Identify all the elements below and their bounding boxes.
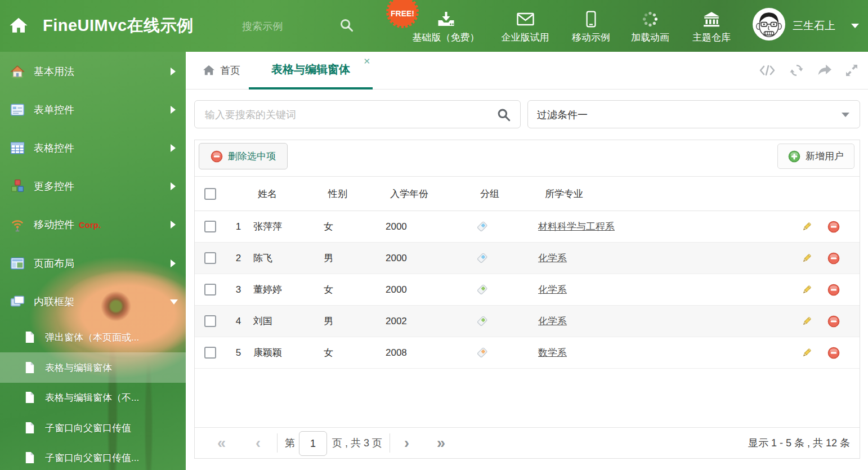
- chevron-right-icon: [171, 106, 176, 114]
- delete-row-icon[interactable]: [827, 347, 840, 359]
- prev-page-icon[interactable]: ‹: [256, 436, 261, 451]
- edit-pencil-icon[interactable]: [801, 316, 812, 327]
- page-number-input[interactable]: [299, 431, 327, 456]
- chevron-right-icon: [171, 68, 176, 75]
- cell-name: 刘国: [251, 315, 321, 328]
- major-link[interactable]: 化学系: [538, 284, 567, 295]
- chevron-right-icon: [171, 259, 176, 267]
- delete-row-icon[interactable]: [827, 284, 840, 296]
- major-link[interactable]: 化学系: [538, 316, 567, 326]
- nav-loading-anim[interactable]: 加载动画: [631, 9, 669, 44]
- page-label-suffix: 页 , 共 3 页: [332, 428, 382, 458]
- header-search-input[interactable]: [241, 17, 333, 36]
- form-icon: [10, 103, 25, 117]
- source-code-icon[interactable]: [759, 64, 776, 77]
- table-row: 4 刘国 男 2002 化学系: [195, 306, 860, 337]
- bank-icon: [692, 9, 731, 29]
- row-checkbox[interactable]: [204, 284, 216, 296]
- col-name[interactable]: 姓名: [251, 187, 321, 200]
- antenna-icon: [10, 217, 25, 232]
- nav-mobile-demo[interactable]: 移动示例: [572, 9, 610, 44]
- grid-panel: 删除选中项 新增用户 姓名 性别 入学年份 分组 所学专业 1 张萍萍 女: [194, 140, 860, 459]
- record-summary: 显示 1 - 5 条 , 共 12 条: [748, 428, 850, 458]
- user-avatar[interactable]: [753, 8, 785, 41]
- nav-basic-edition[interactable]: 基础版（免费）: [413, 9, 480, 44]
- user-name[interactable]: 三生石上: [793, 19, 835, 33]
- pager-divider: [277, 433, 278, 453]
- row-checkbox[interactable]: [204, 252, 216, 264]
- row-checkbox[interactable]: [204, 315, 216, 327]
- expand-icon[interactable]: [845, 64, 858, 77]
- first-page-icon[interactable]: «: [217, 436, 226, 451]
- keyword-search-input[interactable]: [204, 101, 499, 129]
- edit-pencil-icon[interactable]: [801, 284, 812, 296]
- tab-close-icon[interactable]: ✕: [363, 57, 370, 65]
- edit-pencil-icon[interactable]: [801, 253, 812, 264]
- file-icon: [25, 331, 36, 343]
- sidebar-item-iframe[interactable]: 内联框架: [0, 283, 186, 321]
- col-year[interactable]: 入学年份: [383, 187, 473, 200]
- cell-year: 2008: [383, 347, 473, 359]
- data-grid: 姓名 性别 入学年份 分组 所学专业 1 张萍萍 女 2000 材料科学与工程系: [195, 176, 860, 369]
- nav-theme-store[interactable]: 主题仓库: [692, 9, 731, 44]
- major-link[interactable]: 材料科学与工程系: [538, 221, 615, 232]
- share-icon[interactable]: [817, 64, 832, 77]
- file-icon: [25, 391, 36, 404]
- cell-year: 2000: [383, 284, 473, 296]
- tab-home[interactable]: 首页: [203, 52, 240, 89]
- edit-pencil-icon[interactable]: [801, 347, 812, 359]
- cell-name: 张萍萍: [251, 220, 321, 233]
- chevron-right-icon: [171, 144, 176, 152]
- delete-row-icon[interactable]: [827, 221, 840, 233]
- sidebar-item-page-layout[interactable]: 页面布局: [0, 244, 186, 283]
- sidebar-item-form-controls[interactable]: 表单控件: [0, 91, 186, 129]
- tab-grid-edit-window[interactable]: 表格与编辑窗体 ✕: [249, 52, 373, 89]
- col-major[interactable]: 所学专业: [538, 187, 781, 200]
- next-page-icon[interactable]: ›: [404, 436, 409, 451]
- file-icon: [25, 361, 36, 374]
- table-row: 2 陈飞 男 2000 化学系: [195, 243, 860, 274]
- row-checkbox[interactable]: [204, 221, 216, 232]
- user-menu-caret-icon[interactable]: [851, 24, 859, 28]
- search-icon[interactable]: [496, 108, 511, 122]
- table-row: 3 董婷婷 女 2000 化学系: [195, 274, 860, 306]
- download-icon: [413, 9, 480, 29]
- minus-circle-icon: [211, 150, 223, 163]
- sidebar-subitem-grid-edit-window[interactable]: 表格与编辑窗体: [0, 352, 186, 383]
- tab-strip: 首页 表格与编辑窗体 ✕: [186, 52, 868, 89]
- home-tab-icon: [203, 65, 215, 76]
- plus-circle-icon: [788, 150, 800, 163]
- file-icon: [25, 422, 36, 434]
- edit-pencil-icon[interactable]: [801, 221, 812, 232]
- delete-row-icon[interactable]: [827, 315, 840, 328]
- pager-divider: [390, 433, 390, 453]
- sidebar-item-mobile-controls[interactable]: 移动控件 Corp.: [0, 205, 186, 244]
- major-link[interactable]: 化学系: [538, 253, 567, 263]
- select-all-checkbox[interactable]: [204, 188, 216, 200]
- last-page-icon[interactable]: »: [437, 436, 445, 451]
- sidebar-subitem-child-to-parent-2[interactable]: 子窗口向父窗口传值...: [0, 442, 186, 470]
- sidebar-item-more-controls[interactable]: 更多控件: [0, 167, 186, 205]
- sidebar: 基本用法 表单控件 表格控件 更多控件 移动控件 Corp. 页面布局: [0, 52, 186, 470]
- sidebar-item-grid-controls[interactable]: 表格控件: [0, 129, 186, 167]
- cell-year: 2000: [383, 253, 473, 264]
- cell-year: 2002: [383, 316, 473, 327]
- sidebar-item-basic-usage[interactable]: 基本用法: [0, 52, 186, 91]
- header-search-icon[interactable]: [339, 17, 354, 33]
- delete-selected-button[interactable]: 删除选中项: [199, 143, 288, 169]
- col-gender[interactable]: 性别: [321, 187, 383, 200]
- delete-row-icon[interactable]: [827, 252, 840, 265]
- row-checkbox[interactable]: [204, 347, 216, 359]
- cell-gender: 女: [321, 346, 383, 359]
- col-group[interactable]: 分组: [473, 187, 538, 200]
- sidebar-subitem-popup-window[interactable]: 弹出窗体（本页面或...: [0, 322, 186, 352]
- major-link[interactable]: 数学系: [538, 347, 567, 358]
- filter-dropdown[interactable]: 过滤条件一: [527, 100, 860, 128]
- sidebar-subitem-grid-edit-window-2[interactable]: 表格与编辑窗体（不...: [0, 382, 186, 413]
- home-icon[interactable]: [9, 16, 28, 35]
- refresh-icon[interactable]: [789, 64, 804, 77]
- add-user-button[interactable]: 新增用户: [777, 144, 854, 169]
- nav-enterprise-trial[interactable]: 企业版试用: [502, 9, 549, 44]
- chevron-right-icon: [171, 221, 176, 229]
- sidebar-subitem-child-to-parent[interactable]: 子窗口向父窗口传值: [0, 413, 186, 443]
